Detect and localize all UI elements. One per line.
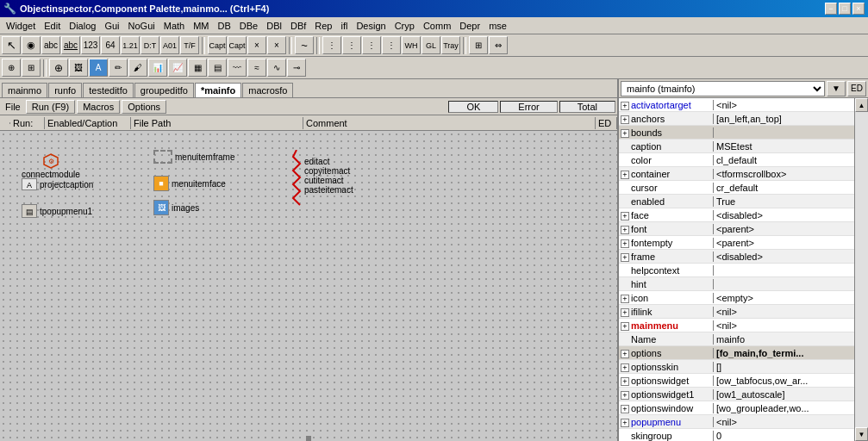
expand-optionsskin-icon[interactable]: + (621, 363, 629, 372)
expand-face-icon[interactable]: + (621, 212, 629, 220)
tab-groupeditfo[interactable]: groupeditfo (134, 83, 194, 97)
expand-frame-icon[interactable]: + (621, 253, 629, 262)
prop-frame[interactable]: +frame <disabled> (619, 250, 854, 264)
prop-anchors[interactable]: +anchors [an_left,an_top] (619, 112, 854, 126)
inspector-dropdown-btn[interactable]: ▼ (827, 81, 846, 96)
prop-icon[interactable]: +icon <empty> (619, 291, 854, 305)
tb-a01[interactable]: A01 (160, 36, 179, 54)
menu-comm[interactable]: Comm (419, 20, 455, 32)
prop-cursor[interactable]: cursor cr_default (619, 181, 854, 195)
menu-gui[interactable]: Gui (100, 20, 123, 32)
tb2-zig[interactable]: ∿ (267, 59, 286, 77)
expand-anchors-icon[interactable]: + (621, 115, 629, 124)
expand-font-icon[interactable]: + (621, 226, 629, 234)
component-projectcaption[interactable]: A projectcaption (22, 178, 93, 190)
menu-math[interactable]: Math (159, 20, 189, 32)
component-tpopupmenu1[interactable]: ▤ tpopupmenu1 (22, 204, 92, 218)
component-menuitemframe[interactable]: menuitemframe (153, 150, 234, 164)
inspector-scrollbar[interactable]: ▲ ▼ (854, 98, 868, 441)
prop-enabled[interactable]: enabled True (619, 195, 854, 208)
tb2-paint2[interactable]: 🖌 (128, 59, 147, 77)
tb-capt1[interactable]: Capt (208, 36, 227, 54)
component-selector[interactable]: mainfo (tmainfo) (621, 81, 825, 96)
tb-grid1[interactable]: ⋮ (322, 36, 341, 54)
tb-1.21[interactable]: 1.21 (121, 36, 140, 54)
tb2-grid[interactable]: ⊞ (22, 59, 41, 77)
expand-options-icon[interactable]: + (621, 350, 629, 358)
tb-x2[interactable]: × (267, 36, 286, 54)
tb-grid-icon[interactable]: ⊞ (469, 36, 488, 54)
expand-optionswidget1-icon[interactable]: + (621, 391, 629, 400)
scroll-track[interactable] (855, 112, 868, 427)
menu-mse[interactable]: mse (484, 20, 511, 32)
expand-popupmenu-icon[interactable]: + (621, 419, 629, 427)
canvas-area[interactable]: ⚙ connectmodule A projectcaption ▤ tpopu… (0, 131, 617, 441)
prop-optionswidget[interactable]: +optionswidget [ow_tabfocus,ow_ar... (619, 374, 854, 388)
tb-curve[interactable]: ~ (295, 36, 314, 54)
tb2-chart2[interactable]: 📈 (168, 59, 187, 77)
tb2-chart1[interactable]: 📊 (148, 59, 167, 77)
macros-button[interactable]: Macros (77, 100, 120, 114)
menu-db[interactable]: DB (214, 20, 235, 32)
menu-rep[interactable]: Rep (310, 20, 336, 32)
tb2-plus[interactable]: ⊕ (49, 59, 68, 77)
menu-dialog[interactable]: Dialog (65, 20, 100, 32)
prop-ifilink[interactable]: +ifilink <nil> (619, 305, 854, 319)
tb2-bar2[interactable]: ▤ (208, 59, 227, 77)
menu-edit[interactable]: Edit (40, 20, 65, 32)
tb-cursor[interactable]: ↖ (2, 36, 21, 54)
scroll-up-btn[interactable]: ▲ (855, 98, 868, 112)
tb2-misc[interactable]: ⊸ (287, 59, 306, 77)
tab-runfo[interactable]: runfo (48, 83, 82, 97)
tb-64[interactable]: 64 (101, 36, 120, 54)
prop-optionswindow[interactable]: +optionswindow [wo_groupleader,wo... (619, 401, 854, 415)
expand-mainmenu-icon[interactable]: + (621, 322, 629, 331)
tb2-paint1[interactable]: ✏ (109, 59, 128, 77)
prop-bounds[interactable]: +bounds (619, 126, 854, 140)
tab-mainmo[interactable]: mainmo (2, 83, 47, 97)
tb-x1[interactable]: × (247, 36, 266, 54)
tb-tf[interactable]: T/F (180, 36, 199, 54)
prop-container[interactable]: +container <tformscrollbox> (619, 167, 854, 181)
tb-capt2[interactable]: Capt (228, 36, 247, 54)
expand-icon[interactable]: + (621, 102, 629, 110)
prop-color[interactable]: color cl_default (619, 153, 854, 167)
component-images[interactable]: 🖼 images (153, 200, 199, 215)
tb-dt[interactable]: D:T (141, 36, 159, 54)
expand-container-icon[interactable]: + (621, 171, 629, 179)
menu-dbl[interactable]: DBl (262, 20, 286, 32)
maximize-button[interactable]: □ (839, 3, 851, 15)
prop-optionswidget1[interactable]: +optionswidget1 [ow1_autoscale] (619, 388, 854, 401)
component-menuitemface[interactable]: ■ menuitemface (153, 176, 226, 191)
menu-dbf[interactable]: DBf (286, 20, 310, 32)
prop-options[interactable]: +options [fo_main,fo_termi... (619, 346, 854, 360)
tb2-abc-icon[interactable]: A (89, 59, 108, 77)
options-button[interactable]: Options (122, 100, 166, 114)
tb-123[interactable]: 123 (81, 36, 100, 54)
resize-handle-bottom[interactable] (306, 436, 311, 441)
prop-fontempty[interactable]: +fontempty <parent> (619, 236, 854, 250)
run-button[interactable]: Run (F9) (26, 100, 75, 114)
prop-name[interactable]: Name mainfo (619, 332, 854, 346)
tb2-img[interactable]: 🖼 (69, 59, 88, 77)
expand-optionswidget-icon[interactable]: + (621, 377, 629, 386)
tb-tray[interactable]: Tray (441, 36, 460, 54)
menu-design[interactable]: Design (352, 20, 390, 32)
tb-grid3[interactable]: ⋮ (362, 36, 381, 54)
prop-face[interactable]: +face <disabled> (619, 208, 854, 222)
scroll-down-btn[interactable]: ▼ (855, 427, 868, 441)
inspector-ed-btn[interactable]: ED (847, 81, 866, 96)
prop-hint[interactable]: hint (619, 277, 854, 291)
tb-grid2[interactable]: ⋮ (342, 36, 361, 54)
expand-bounds-icon[interactable]: + (621, 129, 629, 138)
prop-popupmenu[interactable]: +popupmenu <nil> (619, 415, 854, 429)
expand-optionswindow-icon[interactable]: + (621, 405, 629, 413)
menu-widget[interactable]: Widget (2, 20, 40, 32)
menu-dbe[interactable]: DBe (235, 20, 262, 32)
tb2-align[interactable]: ⊕ (2, 59, 21, 77)
tb-oval[interactable]: ◉ (22, 36, 41, 54)
tb-abc-norm[interactable]: abc (41, 36, 60, 54)
tb-grid4[interactable]: ⋮ (382, 36, 401, 54)
menu-depr[interactable]: Depr (455, 20, 484, 32)
prop-skingroup[interactable]: skingroup 0 (619, 429, 854, 441)
